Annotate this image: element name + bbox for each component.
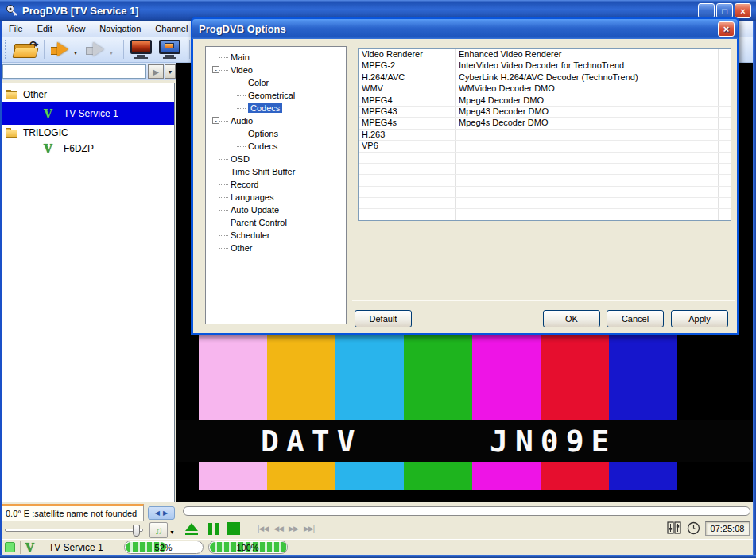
codec-decoder-cell xyxy=(456,187,719,197)
folder-icon xyxy=(6,128,18,138)
menu-file[interactable]: File xyxy=(2,24,30,33)
forward-button[interactable] xyxy=(86,42,104,56)
codec-decoder-cell: Mpeg43 Decoder DMO xyxy=(456,107,719,117)
tree-item-geometrical[interactable]: Geometrical xyxy=(206,89,346,102)
skip-end-button[interactable]: ▶▶| xyxy=(304,525,314,533)
tree-item-audio[interactable]: -Audio xyxy=(206,114,346,127)
tree-item-options[interactable]: Options xyxy=(206,127,346,140)
channel-group-header[interactable]: Other xyxy=(2,87,174,102)
tree-expander-icon[interactable]: - xyxy=(212,117,219,124)
pause-button[interactable] xyxy=(208,523,219,535)
audio-track-button[interactable]: ♫ xyxy=(149,522,168,538)
codec-format-cell: MPEG43 xyxy=(359,107,456,117)
mixer-button[interactable] xyxy=(666,521,682,536)
clock-button[interactable] xyxy=(687,521,700,537)
menu-navigation[interactable]: Navigation xyxy=(92,24,148,33)
volume-slider-thumb[interactable] xyxy=(133,525,140,537)
table-row[interactable] xyxy=(359,153,731,164)
table-row[interactable]: Video RendererEnhanced Video Renderer xyxy=(359,49,731,60)
tree-item-record[interactable]: Record xyxy=(206,178,346,191)
table-row[interactable] xyxy=(359,164,731,175)
channel-item[interactable]: VF6DZP xyxy=(2,140,174,157)
tree-item-time-shift-buffer[interactable]: Time Shift Buffer xyxy=(206,165,346,178)
channel-group-header[interactable]: TRILOGIC xyxy=(2,125,174,140)
channel-play-button[interactable]: ▶ xyxy=(148,64,164,79)
tree-item-parent-control[interactable]: Parent Control xyxy=(206,216,346,229)
satellite-status-tab[interactable]: 0.0° E :satellite name not founded xyxy=(2,504,144,521)
toolbar-grip-handle[interactable] xyxy=(5,40,7,59)
menu-view[interactable]: View xyxy=(60,24,93,33)
table-row[interactable]: VP6 xyxy=(359,141,731,152)
codec-format-cell: MPEG4 xyxy=(359,95,456,106)
video-window-button[interactable] xyxy=(159,40,180,59)
stop-button[interactable] xyxy=(227,522,240,535)
back-dropdown-caret[interactable]: ▼ xyxy=(73,51,78,56)
rewind-button[interactable]: ◀◀ xyxy=(273,525,283,533)
tree-item-osd[interactable]: OSD xyxy=(206,153,346,165)
eject-button[interactable] xyxy=(183,523,200,535)
table-row[interactable]: H.264/AVCCyberLink H.264/AVC Decoder (Te… xyxy=(359,72,731,83)
menu-edit[interactable]: Edit xyxy=(30,24,60,33)
options-dialog: ProgDVB Options × Main-VideoColorGeometr… xyxy=(191,17,739,335)
tree-item-video[interactable]: -Video xyxy=(206,64,346,76)
maximize-button[interactable]: □ xyxy=(716,3,733,18)
audio-track-dropdown[interactable]: ▼ xyxy=(168,525,176,538)
table-row[interactable] xyxy=(359,187,731,198)
skip-start-button[interactable]: |◀◀ xyxy=(258,525,268,533)
toolbar-separator xyxy=(189,40,190,59)
tree-item-scheduler[interactable]: Scheduler xyxy=(206,229,346,242)
open-channel-list-button[interactable]: ↷ xyxy=(14,41,37,59)
forward-dropdown-caret[interactable]: ▼ xyxy=(109,51,114,56)
table-row[interactable] xyxy=(359,209,731,220)
table-row[interactable]: MPEG4Mpeg4 Decoder DMO xyxy=(359,95,731,107)
test-pattern-text-band: DATV JN09E xyxy=(176,420,753,462)
apply-button[interactable]: Apply xyxy=(671,310,728,327)
codec-format-cell: MPEG-2 xyxy=(359,60,456,71)
table-row[interactable]: MPEG-2InterVideo Video Decoder for Techn… xyxy=(359,60,731,72)
volume-slider[interactable] xyxy=(5,529,143,532)
table-row[interactable]: MPEG4sMpeg4s Decoder DMO xyxy=(359,118,731,129)
table-row[interactable]: H.263 xyxy=(359,130,731,141)
channel-prev-next-buttons[interactable]: ◀ ▶ xyxy=(148,506,175,520)
tree-item-languages[interactable]: Languages xyxy=(206,191,346,203)
signal-quality-bar: 100% xyxy=(208,541,288,554)
table-row[interactable]: MPEG43Mpeg43 Decoder DMO xyxy=(359,107,731,118)
seek-bar[interactable] xyxy=(183,506,750,516)
cancel-button[interactable]: Cancel xyxy=(607,310,664,327)
tree-item-codecs[interactable]: Codecs xyxy=(206,102,346,114)
chevron-down-icon: ▼ xyxy=(168,69,173,75)
channel-item[interactable]: VTV Service 1 xyxy=(2,102,174,125)
channel-dropdown-button[interactable]: ▼ xyxy=(165,64,176,79)
tree-item-label: Options xyxy=(248,129,278,138)
ok-button[interactable]: OK xyxy=(543,310,600,327)
close-icon: × xyxy=(723,23,730,35)
back-button[interactable] xyxy=(51,42,68,56)
table-row[interactable] xyxy=(359,198,731,209)
codec-format-cell: H.264/AVC xyxy=(359,72,456,83)
fast-forward-button[interactable]: ▶▶ xyxy=(289,525,298,533)
codec-table: Video RendererEnhanced Video RendererMPE… xyxy=(358,48,731,221)
minimize-button[interactable]: _ xyxy=(698,3,715,18)
tree-item-codecs[interactable]: Codecs xyxy=(206,140,346,153)
tree-item-main[interactable]: Main xyxy=(206,51,346,64)
tree-item-color[interactable]: Color xyxy=(206,76,346,89)
satellite-status-label: 0.0° E :satellite name not founded xyxy=(6,509,137,518)
tree-item-other[interactable]: Other xyxy=(206,242,346,254)
next-channel-icon: ▶ xyxy=(163,510,168,517)
channel-v-icon: V xyxy=(44,107,52,120)
table-row[interactable] xyxy=(359,175,731,186)
tree-item-label: Geometrical xyxy=(248,91,295,100)
codec-spacer-cell xyxy=(719,83,731,94)
tree-item-auto-update[interactable]: Auto Update xyxy=(206,203,346,216)
menu-channel[interactable]: Channel xyxy=(148,24,195,33)
default-button[interactable]: Default xyxy=(355,310,412,327)
tree-expander-icon[interactable]: - xyxy=(212,66,219,73)
codec-decoder-cell: CyberLink H.264/AVC Decoder (TechnoTrend… xyxy=(456,72,719,83)
channel-search-input[interactable] xyxy=(2,64,146,79)
table-row[interactable]: WMVWMVideo Decoder DMO xyxy=(359,83,731,95)
dialog-title-bar[interactable]: ProgDVB Options × xyxy=(192,19,738,39)
close-button[interactable]: × xyxy=(735,3,751,18)
chevron-down-icon: ▼ xyxy=(169,529,175,535)
dialog-close-button[interactable]: × xyxy=(718,21,735,37)
fullscreen-button[interactable] xyxy=(130,40,152,59)
